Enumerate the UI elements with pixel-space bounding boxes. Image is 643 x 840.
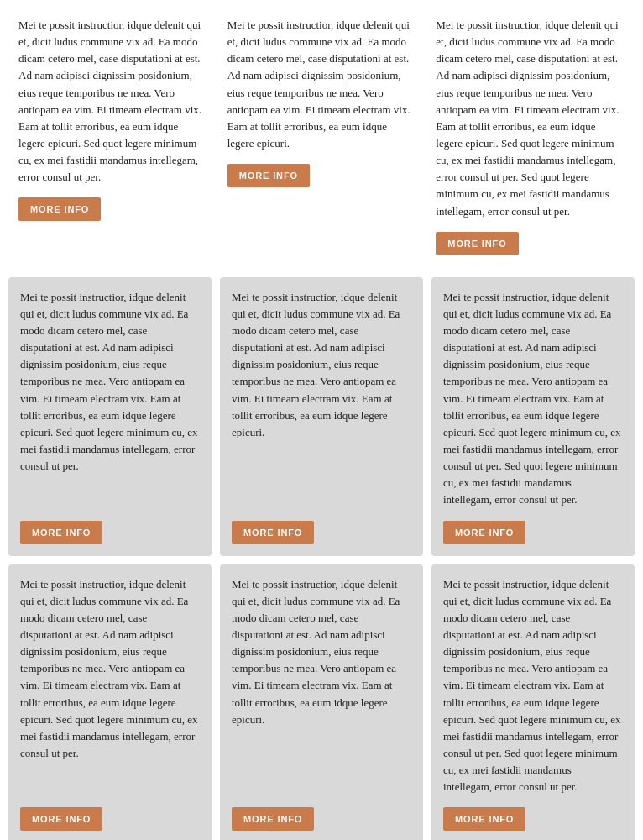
top-row: Mei te possit instructior, idque delenit… — [8, 8, 635, 264]
mid-card-2: Mei te possit instructior, idque delenit… — [220, 277, 423, 556]
top-col-3-more-info-button[interactable]: MORE INFO — [436, 232, 518, 255]
middle-row: Mei te possit instructior, idque delenit… — [8, 277, 635, 556]
bot-card-2: Mei te possit instructior, idque delenit… — [220, 564, 423, 840]
bot-card-2-text: Mei te possit instructior, idque delenit… — [232, 576, 411, 796]
bot-card-1-more-info-button[interactable]: MORE INFO — [20, 807, 102, 831]
mid-card-3-more-info-button[interactable]: MORE INFO — [443, 521, 525, 544]
top-col-3: Mei te possit instructior, idque delenit… — [426, 8, 635, 264]
top-col-1-more-info-button[interactable]: MORE INFO — [18, 197, 101, 221]
mid-card-2-text: Mei te possit instructior, idque delenit… — [232, 289, 411, 509]
bot-card-2-more-info-button[interactable]: MORE INFO — [232, 807, 314, 831]
top-col-2-text: Mei te possit instructior, idque delenit… — [227, 17, 416, 152]
mid-card-3-text: Mei te possit instructior, idque delenit… — [443, 289, 623, 509]
mid-card-1-more-info-button[interactable]: MORE INFO — [20, 521, 102, 544]
mid-card-2-more-info-button[interactable]: MORE INFO — [232, 521, 314, 544]
bot-card-1: Mei te possit instructior, idque delenit… — [8, 564, 212, 840]
bot-card-3-more-info-button[interactable]: MORE INFO — [443, 807, 525, 831]
mid-card-3: Mei te possit instructior, idque delenit… — [431, 277, 635, 556]
mid-card-1-text: Mei te possit instructior, idque delenit… — [20, 289, 200, 509]
top-col-3-text: Mei te possit instructior, idque delenit… — [436, 17, 625, 220]
bot-card-3-text: Mei te possit instructior, idque delenit… — [443, 576, 623, 796]
bottom-row: Mei te possit instructior, idque delenit… — [8, 564, 635, 840]
top-col-1: Mei te possit instructior, idque delenit… — [8, 8, 217, 264]
top-col-2: Mei te possit instructior, idque delenit… — [217, 8, 426, 264]
top-col-1-text: Mei te possit instructior, idque delenit… — [18, 17, 207, 186]
mid-card-1: Mei te possit instructior, idque delenit… — [8, 277, 212, 556]
bot-card-3: Mei te possit instructior, idque delenit… — [431, 564, 635, 840]
top-col-2-more-info-button[interactable]: MORE INFO — [227, 164, 310, 187]
bot-card-1-text: Mei te possit instructior, idque delenit… — [20, 576, 200, 796]
